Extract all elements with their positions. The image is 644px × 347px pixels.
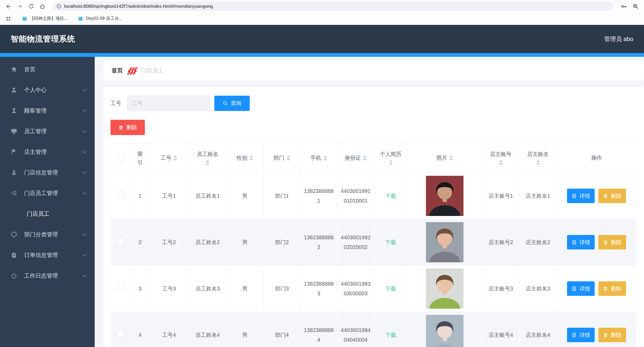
row-checkbox[interactable] xyxy=(117,330,124,337)
forward-arrow-icon[interactable] xyxy=(15,2,25,11)
sidebar-item-label: 员工管理 xyxy=(24,128,83,135)
cell-gonghao: 工号2 xyxy=(149,219,189,266)
sort-carets-icon[interactable] xyxy=(363,155,367,161)
refresh-icon[interactable] xyxy=(26,2,36,11)
cell-idcard: 440300199303030003 xyxy=(337,266,374,312)
column-header-owner_name[interactable]: 店主姓名 xyxy=(519,143,557,173)
row-select-cell xyxy=(111,266,131,312)
sidebar-item-店主管理[interactable]: 店主管理 xyxy=(0,141,95,162)
sidebar-item-label: 个人中心 xyxy=(24,86,83,94)
bookmark-item[interactable]: Day02-09-员工分... xyxy=(78,16,122,21)
cell-name: 员工姓名2 xyxy=(189,219,226,266)
sort-carets-icon[interactable] xyxy=(449,155,453,161)
document-icon xyxy=(572,286,577,291)
delete-button[interactable]: 删除 xyxy=(598,281,626,296)
sidebar-item-订单信息管理[interactable]: 订单信息管理 xyxy=(0,245,95,265)
bookmark-item[interactable]: 【码神之路】项目... xyxy=(22,16,68,21)
sidebar-item-员工管理[interactable]: 员工管理 xyxy=(0,121,95,141)
bulk-delete-button[interactable]: 删除 xyxy=(111,120,145,135)
delete-button[interactable]: 删除 xyxy=(598,189,626,203)
employee-photo[interactable] xyxy=(411,268,479,309)
current-user[interactable]: 管理员 abo xyxy=(604,35,633,43)
delete-button[interactable]: 删除 xyxy=(598,235,626,249)
row-checkbox[interactable] xyxy=(117,237,124,244)
search-button[interactable]: 查询 xyxy=(214,96,250,111)
column-header-name[interactable]: 员工姓名 xyxy=(189,143,226,173)
column-label: 性别 xyxy=(237,154,247,162)
row-checkbox[interactable] xyxy=(117,284,124,291)
bookmark-label: Day02-09-员工分... xyxy=(86,16,122,21)
column-header-photo[interactable]: 照片 xyxy=(407,143,482,173)
detail-button[interactable]: 详情 xyxy=(567,281,595,296)
apps-grid-icon[interactable] xyxy=(4,15,12,23)
cell-gender: 男 xyxy=(226,219,263,266)
column-header-gender[interactable]: 性别 xyxy=(226,143,263,173)
detail-button[interactable]: 详情 xyxy=(567,328,595,342)
resume-download-link[interactable]: 下载 xyxy=(385,193,396,199)
table-row: 4工号4员工姓名4男部门4138238888844403001994040400… xyxy=(111,312,636,347)
column-header-resume[interactable]: 个人简历 xyxy=(374,143,407,173)
chevron-up-icon xyxy=(82,192,87,196)
column-header-gonghao[interactable]: 工号 xyxy=(149,143,189,173)
sidebar-item-首页[interactable]: 首页 xyxy=(0,59,95,80)
customers-icon xyxy=(10,107,17,114)
column-label: 照片 xyxy=(436,154,447,162)
info-icon[interactable] xyxy=(56,4,61,9)
chevron-down-icon xyxy=(82,87,87,91)
row-checkbox[interactable] xyxy=(117,191,124,198)
sort-carets-icon[interactable] xyxy=(174,155,177,161)
employee-photo[interactable] xyxy=(411,176,479,216)
sidebar-item-label: 首页 xyxy=(24,66,86,73)
breadcrumb-separator-icon: ∰ xyxy=(127,66,137,75)
cell-index: 3 xyxy=(131,266,149,312)
search-input[interactable] xyxy=(127,96,209,111)
column-header-phone[interactable]: 手机 xyxy=(300,143,337,173)
sort-carets-icon[interactable] xyxy=(286,155,290,161)
employee-photo[interactable] xyxy=(411,315,479,347)
cell-gender: 男 xyxy=(226,266,263,312)
sidebar-subitem-门店员工[interactable]: 门店员工 xyxy=(0,203,95,224)
delete-button[interactable]: 删除 xyxy=(598,328,626,342)
sidebar-item-门店员工管理[interactable]: 门店员工管理 xyxy=(0,183,95,203)
sidebar-item-门店信息管理[interactable]: 门店信息管理 xyxy=(0,162,95,183)
zoom-in-icon[interactable] xyxy=(631,2,640,11)
back-arrow-icon[interactable] xyxy=(4,2,13,11)
chevron-down-icon xyxy=(82,252,87,256)
address-bar[interactable]: localhost:8080/springboot142f7/admin/dis… xyxy=(53,2,613,11)
sort-carets-icon[interactable] xyxy=(249,155,253,161)
cell-dept: 部门2 xyxy=(263,219,300,266)
home-icon xyxy=(10,66,17,73)
flag-icon xyxy=(10,148,17,155)
home-icon[interactable] xyxy=(38,2,47,11)
column-label: 手机 xyxy=(311,154,321,162)
key-icon[interactable] xyxy=(619,2,628,11)
sort-carets-icon[interactable] xyxy=(536,160,540,165)
resume-download-link[interactable]: 下载 xyxy=(385,286,396,292)
sidebar-item-部门分类管理[interactable]: 部门分类管理 xyxy=(0,224,95,245)
sidebar-item-label: 顾客管理 xyxy=(24,107,83,114)
screen: localhost:8080/springboot142f7/admin/dis… xyxy=(0,0,644,347)
sidebar-item-个人中心[interactable]: 个人中心 xyxy=(0,80,95,100)
resume-download-link[interactable]: 下载 xyxy=(385,239,396,245)
table-row: 2工号2员工姓名2男部门2138238888824403001992020200… xyxy=(111,219,636,266)
sidebar-item-工作日志管理[interactable]: 工作日志管理 xyxy=(0,265,95,286)
sort-carets-icon[interactable] xyxy=(323,155,327,161)
resume-download-link[interactable]: 下载 xyxy=(385,332,396,338)
cell-index: 2 xyxy=(131,219,149,266)
sort-carets-icon[interactable] xyxy=(206,160,209,165)
detail-button[interactable]: 详情 xyxy=(567,235,595,249)
cell-photo xyxy=(407,266,482,312)
column-header-dept[interactable]: 部门 xyxy=(263,143,300,173)
select-all-checkbox[interactable] xyxy=(117,154,124,161)
sort-carets-icon[interactable] xyxy=(499,160,503,165)
column-header-actions: 操作 xyxy=(557,143,636,173)
sort-carets-icon[interactable] xyxy=(389,160,393,165)
user-icon xyxy=(10,86,17,94)
employee-photo[interactable] xyxy=(411,222,479,262)
detail-button[interactable]: 详情 xyxy=(567,189,595,203)
column-header-owner_account[interactable]: 店主账号 xyxy=(482,143,519,173)
sidebar-item-label: 门店员工管理 xyxy=(24,189,83,197)
sidebar-item-顾客管理[interactable]: 顾客管理 xyxy=(0,100,95,121)
breadcrumb-home-link[interactable]: 首页 xyxy=(112,67,123,74)
column-header-idcard[interactable]: 身份证 xyxy=(337,143,374,173)
